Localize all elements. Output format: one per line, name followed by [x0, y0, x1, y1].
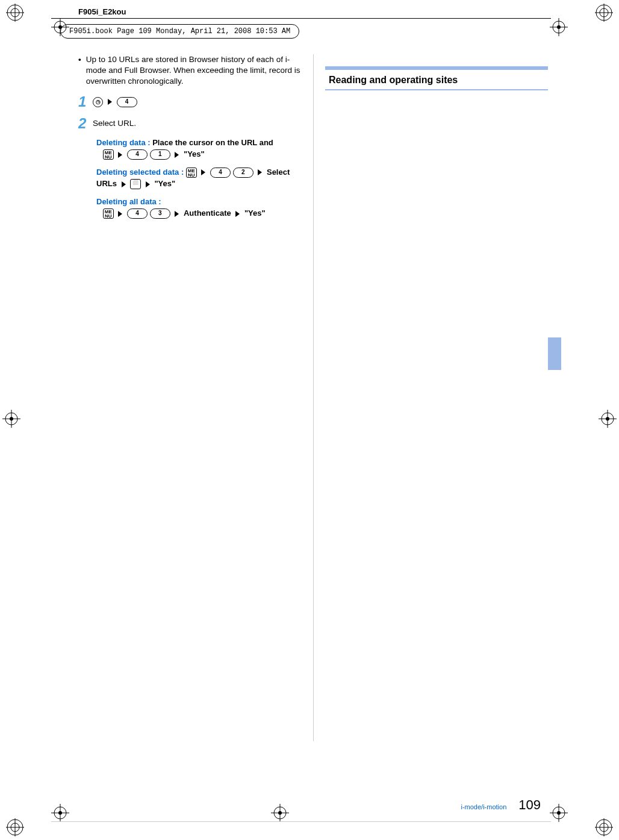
section-header: Reading and operating sites — [325, 66, 548, 90]
registration-mark-icon — [6, 4, 24, 22]
step-number: 2 — [78, 115, 93, 132]
footer-rule — [51, 821, 551, 822]
document-label: F905i_E2kou — [78, 7, 126, 16]
registration-mark-icon — [550, 804, 568, 822]
svg-point-27 — [58, 811, 62, 815]
header-bar-thin — [325, 89, 548, 90]
yes-text: "Yes" — [184, 149, 205, 158]
page-content: • Up to 10 URLs are stored in Browser hi… — [78, 54, 548, 795]
deleting-data-block: Deleting data : Place the cursor on the … — [78, 137, 301, 160]
registration-mark-icon — [2, 410, 20, 428]
sub-text: Place the cursor on the URL and — [152, 138, 273, 147]
arrow-icon — [201, 169, 205, 175]
yes-text: "Yes" — [244, 208, 266, 218]
right-column: Reading and operating sites — [313, 54, 548, 795]
registration-mark-icon — [6, 818, 24, 836]
keypad-3-icon: 3 — [150, 208, 170, 219]
left-column: • Up to 10 URLs are stored in Browser hi… — [78, 54, 313, 795]
registration-mark-icon — [271, 804, 289, 822]
sub-label: Deleting all data : — [96, 197, 161, 206]
arrow-icon — [118, 211, 122, 217]
keypad-1-icon: 1 — [150, 149, 170, 160]
arrow-icon — [258, 169, 262, 175]
page-number: 109 — [518, 797, 541, 813]
yes-text: "Yes" — [154, 179, 175, 188]
svg-point-23 — [557, 25, 561, 29]
header-rule — [51, 18, 551, 19]
arrow-icon — [122, 181, 126, 187]
arrow-icon — [108, 99, 112, 105]
menu-icon: MENU — [186, 168, 197, 178]
menu-icon: MENU — [103, 208, 114, 219]
step-number: 1 — [78, 93, 93, 110]
keypad-4-icon: 4 — [117, 97, 137, 107]
keypad-2-icon: 2 — [233, 168, 254, 178]
arrow-icon — [235, 211, 240, 217]
column-divider — [313, 54, 314, 741]
sub-label: Deleting selected data : — [96, 168, 184, 177]
authenticate-text: Authenticate — [184, 208, 231, 218]
arrow-icon — [118, 152, 122, 158]
svg-point-35 — [10, 417, 13, 421]
svg-point-31 — [557, 811, 561, 815]
note-bullet: • Up to 10 URLs are stored in Browser hi… — [78, 54, 301, 87]
keypad-4-icon: 4 — [127, 149, 148, 160]
registration-mark-icon — [550, 18, 568, 36]
registration-mark-icon — [595, 4, 613, 22]
registration-mark-icon — [595, 818, 613, 836]
section-title: Reading and operating sites — [325, 70, 548, 89]
arrow-icon — [175, 211, 179, 217]
registration-mark-icon — [599, 410, 617, 428]
svg-point-39 — [606, 417, 609, 421]
bullet-icon: • — [78, 54, 81, 87]
page-footer: i-mode/i-motion 109 — [461, 797, 541, 813]
deleting-all-block: Deleting all data : MENU 4 3 Authenticat… — [78, 196, 301, 219]
step-2: 2 Select URL. — [78, 115, 301, 132]
note-text: Up to 10 URLs are stored in Browser hist… — [86, 54, 301, 87]
phonebook-icon: ⬜ — [130, 179, 141, 189]
registration-mark-icon — [51, 18, 69, 36]
sub-label: Deleting data : — [96, 138, 151, 147]
step-1: 1 ◷ 4 — [78, 93, 301, 110]
svg-point-19 — [58, 25, 62, 29]
keypad-4-icon: 4 — [210, 168, 231, 178]
keypad-4-icon: 4 — [127, 208, 148, 219]
section-tab — [548, 337, 561, 370]
clock-icon: ◷ — [93, 97, 103, 107]
registration-mark-icon — [51, 804, 69, 822]
deleting-selected-block: Deleting selected data : MENU 4 2 Select… — [78, 166, 301, 190]
print-metadata: F905i.book Page 109 Monday, April 21, 20… — [60, 24, 299, 39]
svg-point-43 — [278, 811, 282, 815]
arrow-icon — [146, 181, 150, 187]
step-text: Select URL. — [93, 115, 301, 128]
footer-section: i-mode/i-motion — [461, 803, 506, 810]
arrow-icon — [175, 152, 179, 158]
menu-icon: MENU — [103, 149, 114, 160]
